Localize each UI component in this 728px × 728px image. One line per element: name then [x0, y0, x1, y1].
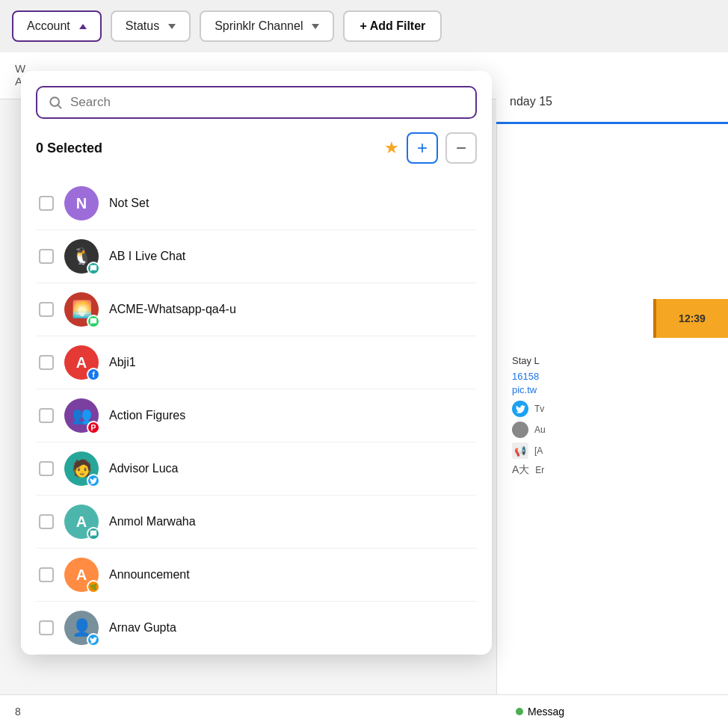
- account-checkbox[interactable]: [39, 461, 54, 476]
- account-checkbox[interactable]: [39, 249, 54, 264]
- search-icon: [48, 95, 63, 110]
- translate-text: Er: [535, 465, 544, 475]
- account-name: Action Figures: [109, 409, 185, 422]
- avatar-badge: f: [87, 368, 100, 381]
- list-item[interactable]: 🐧AB I Live Chat: [36, 230, 477, 283]
- list-item[interactable]: 🌅ACME-Whatsapp-qa4-u: [36, 283, 477, 336]
- account-checkbox[interactable]: [39, 514, 54, 529]
- twitter-icon: [512, 401, 528, 417]
- avatar: Af: [64, 345, 99, 380]
- sprinklr-channel-filter-button[interactable]: Sprinklr Channel: [200, 10, 334, 42]
- avatar: 🐧: [64, 239, 99, 274]
- speaker-text: [A: [534, 445, 543, 456]
- avatar-badge: [87, 633, 100, 647]
- account-checkbox[interactable]: [39, 567, 54, 582]
- account-text-side: Au: [534, 425, 546, 435]
- status-filter-label: Status: [126, 19, 159, 33]
- account-avatar-side: [512, 422, 528, 438]
- account-name: Not Set: [109, 197, 149, 210]
- list-item[interactable]: 👤Arnav Gupta: [36, 602, 477, 655]
- account-filter-button[interactable]: Account: [12, 10, 102, 42]
- account-dropdown-panel: 0 Selected ★ + − NNot Set🐧AB I Live Chat…: [21, 71, 492, 655]
- account-checkbox[interactable]: [39, 196, 54, 211]
- side-content-text: Stay L: [512, 355, 712, 366]
- add-filter-button[interactable]: + Add Filter: [343, 10, 442, 42]
- list-item[interactable]: 👥PAction Figures: [36, 389, 477, 442]
- account-name: Announcement: [109, 568, 190, 582]
- account-name: AB I Live Chat: [109, 250, 185, 263]
- account-name: Arnav Gupta: [109, 621, 176, 635]
- footer-number: 8: [15, 706, 21, 718]
- avatar-badge: [87, 527, 100, 540]
- account-checkbox[interactable]: [39, 355, 54, 370]
- account-list: NNot Set🐧AB I Live Chat🌅ACME-Whatsapp-qa…: [36, 177, 477, 655]
- svg-line-1: [58, 105, 61, 108]
- list-item[interactable]: 🧑Advisor Luca: [36, 442, 477, 496]
- online-dot: [516, 708, 523, 715]
- avatar: A: [64, 505, 99, 539]
- status-arrow-icon: [168, 24, 176, 29]
- avatar-badge: [87, 262, 100, 275]
- avatar-badge: [87, 315, 100, 328]
- search-input[interactable]: [70, 95, 465, 110]
- translate-icon: A大: [512, 463, 529, 477]
- add-filter-label: + Add Filter: [360, 19, 425, 33]
- side-link-2[interactable]: pic.tw: [512, 384, 712, 395]
- sprinklr-channel-label: Sprinklr Channel: [215, 19, 303, 33]
- remove-button[interactable]: −: [445, 132, 477, 164]
- add-button[interactable]: +: [407, 132, 438, 164]
- account-name: ACME-Whatsapp-qa4-u: [109, 303, 236, 316]
- time-label: 12:39: [679, 312, 706, 324]
- calendar-day-header: nday 15: [510, 95, 552, 108]
- account-filter-label: Account: [27, 19, 70, 33]
- account-name: Anmol Marwaha: [109, 515, 196, 528]
- list-item[interactable]: A🌿Announcement: [36, 549, 477, 602]
- selection-row: 0 Selected ★ + −: [36, 132, 477, 164]
- account-checkbox[interactable]: [39, 620, 54, 635]
- twitter-text: Tv: [534, 404, 544, 414]
- star-icon[interactable]: ★: [384, 138, 399, 158]
- account-name: Abji1: [109, 356, 136, 369]
- avatar-badge: 🌿: [87, 580, 100, 593]
- selected-count: 0 Selected: [36, 141, 377, 156]
- side-link-1[interactable]: 16158: [512, 371, 712, 382]
- list-item[interactable]: AfAbji1: [36, 336, 477, 389]
- account-checkbox[interactable]: [39, 302, 54, 317]
- status-filter-button[interactable]: Status: [111, 10, 191, 42]
- avatar-badge: [87, 474, 100, 487]
- list-item[interactable]: NNot Set: [36, 177, 477, 230]
- account-name: Advisor Luca: [109, 462, 179, 475]
- speaker-icon: 📢: [512, 442, 528, 459]
- avatar: N: [64, 186, 99, 220]
- account-arrow-icon: [79, 24, 87, 29]
- sprinklr-arrow-icon: [312, 24, 319, 29]
- list-item[interactable]: AAnmol Marwaha: [36, 496, 477, 549]
- search-box: [36, 86, 477, 119]
- avatar: 🌅: [64, 292, 99, 327]
- avatar: 👤: [64, 611, 99, 645]
- avatar-badge: P: [87, 421, 100, 434]
- avatar: 🧑: [64, 451, 99, 486]
- footer-message-label: Messag: [528, 706, 564, 718]
- avatar: A🌿: [64, 558, 99, 592]
- avatar: 👥P: [64, 398, 99, 433]
- account-checkbox[interactable]: [39, 408, 54, 423]
